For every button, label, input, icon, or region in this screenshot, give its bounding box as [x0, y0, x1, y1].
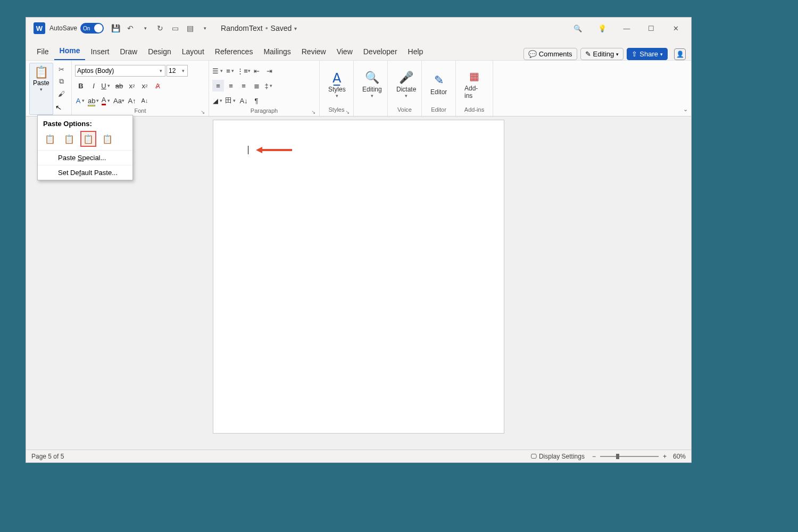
- comments-button[interactable]: 💬 Comments: [523, 48, 577, 60]
- multilevel-button[interactable]: ⋮≡▾: [238, 65, 250, 77]
- underline-button[interactable]: U▾: [101, 80, 112, 92]
- text-cursor: [248, 146, 248, 154]
- search-icon[interactable]: 🔍: [566, 20, 590, 37]
- group-paragraph-label: Paragraph: [251, 107, 278, 114]
- set-default-paste-menu-item[interactable]: Set Default Paste...: [38, 165, 132, 180]
- mouse-cursor-icon: ↖: [55, 103, 63, 112]
- qa-customize-dropdown[interactable]: ▾: [198, 22, 211, 35]
- grow-font-button[interactable]: A↑: [126, 95, 138, 106]
- sort-button[interactable]: A↓: [238, 95, 250, 106]
- font-name-field[interactable]: Aptos (Body)▾: [75, 65, 165, 77]
- ribbon-collapse-button[interactable]: ⌄: [683, 106, 688, 113]
- svg-marker-1: [256, 147, 262, 153]
- close-button[interactable]: ✕: [663, 20, 688, 37]
- editor-label: Editor: [430, 88, 447, 96]
- styles-dialog-launcher[interactable]: ↘: [345, 109, 350, 115]
- show-marks-button[interactable]: ¶: [251, 95, 262, 106]
- zoom-slider[interactable]: [600, 456, 659, 457]
- tab-design[interactable]: Design: [143, 44, 177, 60]
- bold-button[interactable]: B: [75, 80, 87, 92]
- tab-references[interactable]: References: [210, 44, 259, 60]
- clear-formatting-button[interactable]: A̷: [152, 80, 163, 92]
- tab-help[interactable]: Help: [403, 44, 429, 60]
- tab-view[interactable]: View: [331, 44, 358, 60]
- decrease-indent-button[interactable]: ⇤: [251, 65, 262, 77]
- copy-icon[interactable]: ⧉: [56, 76, 68, 87]
- addins-button[interactable]: ▦Add-ins: [459, 63, 489, 106]
- highlight-button[interactable]: ab▾: [88, 95, 99, 106]
- change-case-button[interactable]: Aa▾: [113, 95, 125, 106]
- font-color-button[interactable]: A▾: [101, 95, 112, 106]
- tab-mailings[interactable]: Mailings: [258, 44, 296, 60]
- subscript-button[interactable]: x2: [126, 80, 138, 92]
- font-size-value: 12: [169, 67, 176, 74]
- paragraph-dialog-launcher[interactable]: ↘: [311, 109, 315, 115]
- styles-button[interactable]: A̲Styles▾: [323, 63, 351, 106]
- dictate-button[interactable]: 🎤Dictate▾: [391, 63, 421, 106]
- maximize-button[interactable]: ☐: [639, 20, 663, 37]
- borders-button[interactable]: 田▾: [225, 95, 237, 106]
- autosave-label: AutoSave: [49, 24, 77, 32]
- qa-btn-4[interactable]: ▭: [169, 22, 181, 35]
- cut-icon[interactable]: ✂: [56, 63, 68, 75]
- text-effects-button[interactable]: A▾: [75, 95, 87, 106]
- shading-button[interactable]: ◢▾: [212, 95, 224, 106]
- qa-btn-5[interactable]: ▤: [184, 22, 196, 35]
- increase-indent-button[interactable]: ⇥: [263, 65, 275, 77]
- redo-icon[interactable]: ↻: [154, 22, 167, 35]
- paste-special-menu-item[interactable]: Paste Special...: [38, 150, 132, 165]
- autosave-toggle[interactable]: On: [80, 23, 104, 34]
- comments-label: Comments: [539, 50, 572, 58]
- editor-button[interactable]: ✎Editor: [425, 63, 452, 106]
- dictate-label: Dictate: [396, 86, 416, 93]
- line-spacing-button[interactable]: ‡▾: [263, 80, 275, 92]
- align-center-button[interactable]: ≡: [225, 80, 237, 92]
- account-avatar[interactable]: 👤: [674, 48, 686, 60]
- editing-mode-button[interactable]: ✎ Editing ▾: [580, 48, 624, 60]
- paste-picture-icon[interactable]: 📋: [80, 131, 96, 147]
- save-icon[interactable]: 💾: [109, 22, 122, 35]
- font-size-field[interactable]: 12▾: [167, 65, 188, 77]
- group-font-label: Font: [134, 107, 146, 114]
- tab-review[interactable]: Review: [296, 44, 331, 60]
- tab-insert[interactable]: Insert: [85, 44, 114, 60]
- justify-button[interactable]: ≣: [251, 80, 262, 92]
- font-dialog-launcher[interactable]: ↘: [201, 109, 205, 115]
- ribbon-tabs: File Home Insert Draw Design Layout Refe…: [26, 39, 691, 60]
- paste-label: Paste: [33, 79, 49, 87]
- minimize-button[interactable]: —: [614, 20, 639, 37]
- share-label: Share: [639, 50, 658, 58]
- undo-dropdown[interactable]: ▾: [139, 22, 152, 35]
- strikethrough-button[interactable]: ab: [113, 80, 125, 92]
- tab-developer[interactable]: Developer: [358, 44, 403, 60]
- shrink-font-button[interactable]: A↓: [139, 95, 151, 106]
- document-title[interactable]: RandomText • Saved ▾: [221, 24, 297, 32]
- lightbulb-icon[interactable]: 💡: [590, 20, 614, 37]
- zoom-level[interactable]: 60%: [673, 453, 686, 460]
- share-button[interactable]: ⇧ Share ▾: [627, 48, 668, 60]
- document-page[interactable]: [213, 120, 504, 434]
- numbering-button[interactable]: ≡▾: [225, 65, 237, 77]
- paste-text-only-icon[interactable]: 📋: [99, 131, 115, 147]
- editing-button[interactable]: 🔍Editing▾: [357, 63, 387, 106]
- align-right-button[interactable]: ≡: [238, 80, 250, 92]
- display-settings-button[interactable]: 🖵 Display Settings: [530, 453, 585, 460]
- doc-save-state: Saved: [271, 24, 292, 32]
- tab-file[interactable]: File: [31, 44, 54, 60]
- page-info[interactable]: Page 5 of 5: [31, 453, 64, 460]
- format-painter-icon[interactable]: 🖌: [56, 88, 68, 99]
- font-name-value: Aptos (Body): [77, 67, 114, 74]
- superscript-button[interactable]: x2: [139, 80, 151, 92]
- tab-layout[interactable]: Layout: [177, 44, 210, 60]
- zoom-out-button[interactable]: −: [592, 453, 596, 460]
- tab-draw[interactable]: Draw: [114, 44, 143, 60]
- undo-icon[interactable]: ↶: [124, 22, 137, 35]
- paste-keep-source-icon[interactable]: 📋: [42, 131, 58, 147]
- bullets-button[interactable]: ☰▾: [212, 65, 224, 77]
- tab-home[interactable]: Home: [54, 43, 86, 60]
- italic-button[interactable]: I: [88, 80, 99, 92]
- paste-merge-icon[interactable]: 📋: [61, 131, 77, 147]
- align-left-button[interactable]: ≡: [212, 80, 224, 92]
- zoom-in-button[interactable]: +: [663, 453, 667, 460]
- paste-button[interactable]: 📋 Paste ▾: [29, 63, 53, 115]
